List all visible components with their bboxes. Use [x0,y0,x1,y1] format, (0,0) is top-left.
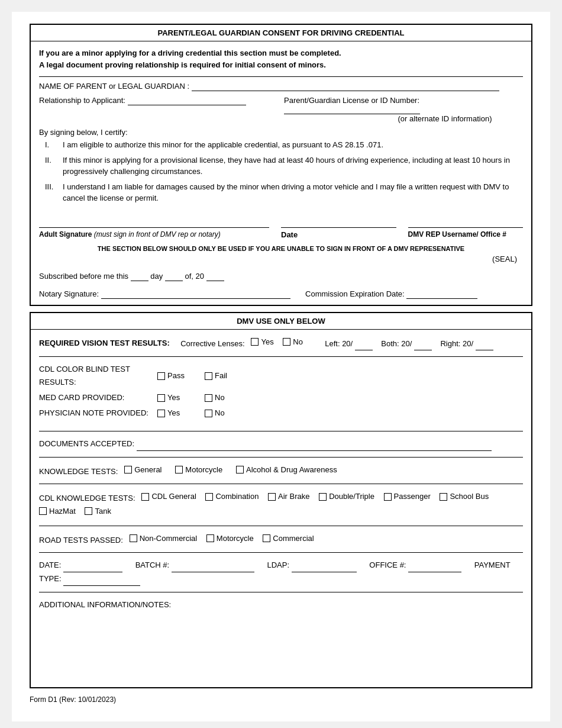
page: PARENT/LEGAL GUARDIAN CONSENT FOR DRIVIN… [12,12,550,721]
med-card-label: MED CARD PROVIDED: [39,391,157,404]
batch-field[interactable] [172,559,254,572]
office-field[interactable] [408,559,461,572]
cdl-results-grid: CDL COLOR BLIND TEST RESULTS: Pass Fail … [39,363,523,420]
parent-guardian-section: PARENT/LEGAL GUARDIAN CONSENT FOR DRIVIN… [30,24,532,306]
adult-signature-field[interactable] [39,216,269,228]
cdl-combination-checkbox[interactable]: Combination [205,490,259,503]
ldap-field[interactable] [292,559,357,572]
date-field[interactable] [281,216,396,228]
cdl-pass-checkbox[interactable]: Pass [157,363,198,389]
cdl-air-brake-checkbox[interactable]: Air Brake [268,490,309,503]
relationship-row: Relationship to Applicant: Parent/Guardi… [39,96,523,123]
guardian-license-field[interactable] [284,105,420,114]
vision-both-field[interactable] [414,337,432,350]
signature-labels: Adult Signature (must sign in front of D… [39,230,523,239]
cdl-knowledge-row: CDL KNOWLEDGE TESTS: CDL General Combina… [39,490,523,526]
cdl-fail-checkbox[interactable]: Fail [205,363,245,389]
commission-date-field[interactable] [406,289,477,299]
payment-field[interactable] [63,572,140,586]
rt-motorcycle-checkbox[interactable]: Motorcycle [206,532,254,545]
certify-section: By signing below, I certify: I. I am eli… [39,128,523,204]
dmv-rep-field[interactable] [408,216,524,228]
subscribed-month-field[interactable] [165,272,183,281]
certify-item-2: II. If this minor is applying for a prov… [45,154,523,178]
subscribed-year-field[interactable] [206,272,224,281]
cdl-general-checkbox[interactable]: CDL General [141,490,196,503]
physician-yes-checkbox[interactable]: Yes [157,407,198,420]
cdl-passenger-checkbox[interactable]: Passenger [384,490,431,503]
relationship-field[interactable] [128,96,246,105]
rt-non-commercial-checkbox[interactable]: Non-Commercial [130,532,198,545]
cdl-school-bus-checkbox[interactable]: School Bus [440,490,489,503]
docs-accepted-row: DOCUMENTS ACCEPTED: [39,437,523,458]
knowledge-tests-row: KNOWLEDGE TESTS: General Motorcycle Alco… [39,463,523,485]
corrective-no-checkbox[interactable]: No [283,336,303,349]
name-of-parent-row: NAME OF PARENT or LEGAL GUARDIAN : [39,82,523,91]
certify-item-1: I. I am eligible to authorize this minor… [45,139,523,151]
vision-left-field[interactable] [355,337,373,350]
notary-notice: THE SECTION BELOW SHOULD ONLY BE USED IF… [39,245,523,252]
admin-fields-row: DATE: BATCH #: LDAP: OFFICE #: PAYMENT T… [39,559,523,592]
checkbox-box [251,338,259,346]
cdl-tank-checkbox[interactable]: Tank [85,505,111,518]
docs-accepted-field[interactable] [137,437,492,451]
additional-info-row: ADDITIONAL INFORMATION/NOTES: [39,598,523,675]
notary-sig-field[interactable] [101,289,290,299]
subscribed-row: Subscribed before me this day of, 20 [39,272,523,281]
vision-right-field[interactable] [476,337,493,350]
signature-row [39,216,523,228]
name-field[interactable] [192,82,499,91]
dmv-header: DMV USE ONLY BELOW [31,313,531,330]
date-field[interactable] [63,559,122,572]
physician-label: PHYSICIAN NOTE PROVIDED: [39,407,157,420]
cdl-color-label: CDL COLOR BLIND TEST RESULTS: [39,363,157,389]
notary-sig-row: Notary Signature: Commission Expiration … [39,289,523,299]
cdl-hazmat-checkbox[interactable]: HazMat [39,505,76,518]
seal-row: (SEAL) [39,255,523,263]
dmv-content: REQUIRED VISION TEST RESULTS: Corrective… [31,330,531,688]
physician-no-checkbox[interactable]: No [205,407,245,420]
dmv-section: DMV USE ONLY BELOW REQUIRED VISION TEST … [30,312,532,689]
form-footer: Form D1 (Rev: 10/01/2023) [30,695,532,704]
kt-general-checkbox[interactable]: General [124,463,162,476]
cdl-double-triple-checkbox[interactable]: Double/Triple [319,490,374,503]
subscribed-day-field[interactable] [131,272,148,281]
minor-notice: If you are a minor applying for a drivin… [39,47,523,70]
checkbox-box [283,338,290,346]
parent-section-header: PARENT/LEGAL GUARDIAN CONSENT FOR DRIVIN… [31,25,531,41]
med-no-checkbox[interactable]: No [205,391,245,404]
corrective-yes-checkbox[interactable]: Yes [251,336,273,349]
vision-test-row: REQUIRED VISION TEST RESULTS: Corrective… [39,336,523,357]
rt-commercial-checkbox[interactable]: Commercial [263,532,314,545]
certify-list: I. I am eligible to authorize this minor… [39,139,523,204]
med-yes-checkbox[interactable]: Yes [157,391,198,404]
cdl-med-row: CDL COLOR BLIND TEST RESULTS: Pass Fail … [39,363,523,431]
parent-section-content: If you are a minor applying for a drivin… [31,41,531,305]
road-tests-row: ROAD TESTS PASSED: Non-Commercial Motorc… [39,532,523,553]
kt-motorcycle-checkbox[interactable]: Motorcycle [175,463,222,476]
certify-item-3: III. I understand I am liable for damage… [45,181,523,204]
kt-alcohol-checkbox[interactable]: Alcohol & Drug Awareness [236,463,337,476]
